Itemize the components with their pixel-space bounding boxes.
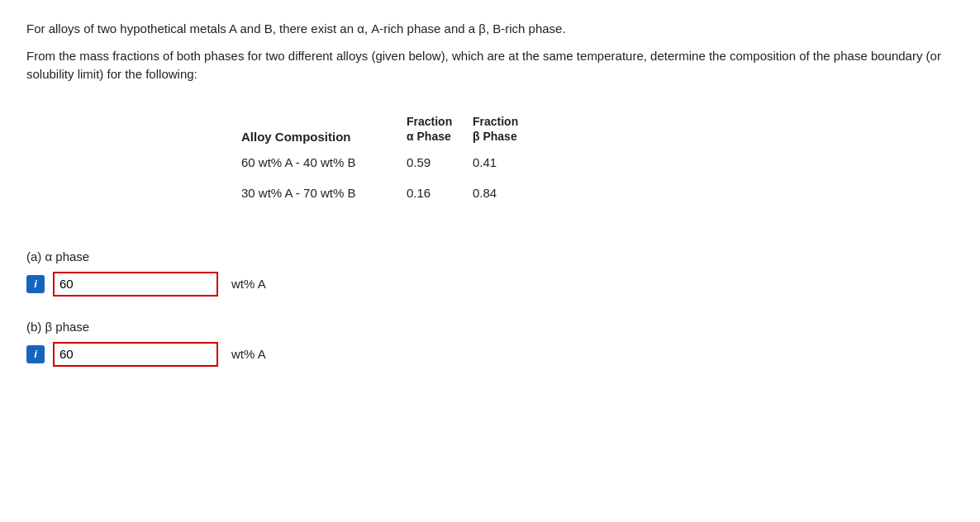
answer-label-b: (b) β phase: [26, 320, 954, 334]
col-alloy-header: Alloy Composition: [241, 109, 407, 147]
cell-alloy-0: 60 wt% A - 40 wt% B: [241, 147, 407, 178]
answer-row-a: i wt% A: [26, 272, 954, 297]
answer-block-a: (a) α phase i wt% A: [26, 249, 954, 297]
cell-frac-beta-1: 0.84: [473, 178, 539, 208]
col-alpha-header: Fraction α Phase: [407, 109, 473, 147]
cell-alloy-1: 30 wt% A - 70 wt% B: [241, 178, 407, 208]
cell-frac-alpha-0: 0.59: [407, 147, 473, 178]
unit-label-a: wt% A: [231, 277, 266, 291]
answer-row-b: i wt% A: [26, 342, 954, 367]
answer-block-b: (b) β phase i wt% A: [26, 320, 954, 367]
unit-label-b: wt% A: [231, 347, 266, 361]
answer-input-b[interactable]: [53, 342, 218, 367]
intro-line2: From the mass fractions of both phases f…: [26, 47, 954, 84]
answer-section: (a) α phase i wt% A (b) β phase i wt% A: [26, 249, 954, 367]
col-beta-header: Fraction β Phase: [473, 109, 539, 147]
answer-label-a: (a) α phase: [26, 249, 954, 263]
table-row: 30 wt% A - 70 wt% B 0.16 0.84: [241, 178, 539, 208]
table-row: 60 wt% A - 40 wt% B 0.59 0.41: [241, 147, 539, 178]
intro-line1: For alloys of two hypothetical metals A …: [26, 20, 954, 39]
cell-frac-alpha-1: 0.16: [407, 178, 473, 208]
phase-table: Alloy Composition Fraction α Phase Fract…: [241, 109, 539, 208]
cell-frac-beta-0: 0.41: [473, 147, 539, 178]
data-table-section: Alloy Composition Fraction α Phase Fract…: [241, 109, 954, 208]
info-button-a[interactable]: i: [26, 275, 45, 293]
info-button-b[interactable]: i: [26, 345, 45, 363]
answer-input-a[interactable]: [53, 272, 218, 297]
